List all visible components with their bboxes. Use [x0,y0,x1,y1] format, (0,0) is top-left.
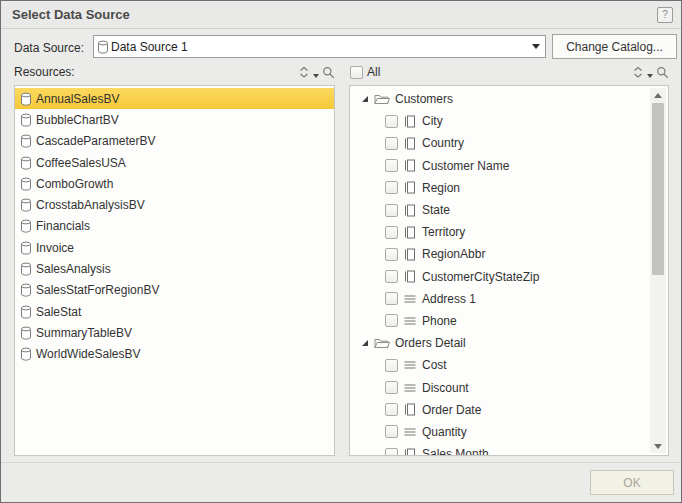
tree-field-row[interactable]: Territory [352,221,648,243]
dialog-titlebar[interactable]: Select Data Source [1,1,681,29]
help-icon[interactable]: ? [657,7,673,23]
resource-item[interactable]: AnnualSalesBV [15,88,334,109]
business-view-icon [20,305,32,319]
resource-item[interactable]: SalesAnalysis [15,258,334,279]
resource-item[interactable]: SummaryTableBV [15,322,334,343]
field-label: State [422,203,450,217]
field-label: Customer Name [422,159,509,173]
tree-group-row[interactable]: Customers [352,88,648,110]
tree-field-row[interactable]: City [352,110,648,132]
resource-label: Financials [36,219,90,233]
field-checkbox[interactable] [385,159,398,172]
resource-item[interactable]: WorldWideSalesBV [15,344,334,365]
change-catalog-button[interactable]: Change Catalog... [552,34,677,59]
field-label: RegionAbbr [422,247,485,261]
field-checkbox[interactable] [385,448,398,455]
sort-icon[interactable] [298,66,310,79]
fields-header: All [350,63,669,81]
sort-options-caret-icon[interactable] [313,74,319,78]
resource-item[interactable]: BubbleChartBV [15,109,334,130]
business-view-icon [20,347,32,361]
field-checkbox[interactable] [385,204,398,217]
field-label: Territory [422,225,465,239]
field-label: Sales Month [422,447,489,455]
field-checkbox[interactable] [385,359,398,372]
dialog-title: Select Data Source [12,7,130,22]
resource-item[interactable]: SalesStatForRegionBV [15,280,334,301]
resources-label: Resources: [14,65,75,79]
tree-field-row[interactable]: RegionAbbr [352,243,648,265]
resource-item[interactable]: Financials [15,216,334,237]
field-label: Region [422,181,460,195]
tree-field-row[interactable]: Quantity [352,421,648,443]
tree-field-row[interactable]: Region [352,177,648,199]
formula-icon [404,426,416,438]
field-label: Cost [422,358,447,372]
all-checkbox[interactable] [350,66,363,79]
folder-icon [374,337,390,349]
business-view-icon [20,241,32,255]
field-checkbox[interactable] [385,226,398,239]
group-label: Orders Detail [395,336,466,350]
field-checkbox[interactable] [385,381,398,394]
resource-item[interactable]: CoffeeSalesUSA [15,152,334,173]
search-icon[interactable] [656,66,669,79]
scroll-up-icon[interactable] [650,88,666,102]
tree-field-row[interactable]: Country [352,132,648,154]
search-icon[interactable] [322,66,335,79]
business-view-icon [20,113,32,127]
field-checkbox[interactable] [385,115,398,128]
field-checkbox[interactable] [385,292,398,305]
ok-button[interactable]: OK [590,470,674,495]
data-source-dropdown[interactable]: Data Source 1 [93,35,546,58]
tree-group-row[interactable]: Orders Detail [352,332,648,354]
sort-options-caret-icon[interactable] [647,74,653,78]
field-label: Discount [422,381,469,395]
field-checkbox[interactable] [385,425,398,438]
tree-field-row[interactable]: Address 1 [352,288,648,310]
expand-collapse-icon[interactable] [361,95,369,103]
field-checkbox[interactable] [385,270,398,283]
column-icon [404,448,416,455]
sort-icon[interactable] [632,66,644,79]
business-view-icon [20,283,32,297]
business-view-icon [20,92,32,106]
field-checkbox[interactable] [385,314,398,327]
expand-collapse-icon[interactable] [361,339,369,347]
tree-field-row[interactable]: Order Date [352,399,648,421]
tree-field-row[interactable]: Cost [352,354,648,376]
field-label: Phone [422,314,457,328]
fields-scrollbar[interactable] [650,88,666,453]
resource-item[interactable]: CrosstabAnalysisBV [15,194,334,215]
dropdown-arrow-icon[interactable] [526,36,545,57]
tree-field-row[interactable]: Phone [352,310,648,332]
tree-field-row[interactable]: CustomerCityStateZip [352,266,648,288]
field-checkbox[interactable] [385,181,398,194]
column-icon [404,204,416,217]
select-data-source-dialog: Select Data Source ? Data Source: Data S… [0,0,682,503]
field-label: Quantity [422,425,467,439]
data-source-icon [97,40,109,54]
field-label: CustomerCityStateZip [422,270,539,284]
data-source-label: Data Source: [14,41,84,55]
field-checkbox[interactable] [385,248,398,261]
all-label: All [367,65,380,79]
scrollbar-thumb[interactable] [652,103,664,275]
field-checkbox[interactable] [385,403,398,416]
resource-item[interactable]: SaleStat [15,301,334,322]
tree-field-row[interactable]: State [352,199,648,221]
field-checkbox[interactable] [385,137,398,150]
resource-item[interactable]: ComboGrowth [15,173,334,194]
tree-field-row[interactable]: Discount [352,376,648,398]
resource-label: WorldWideSalesBV [36,347,140,361]
fields-tree: CustomersCityCountryCustomer NameRegionS… [352,88,648,455]
business-view-icon [20,326,32,340]
resource-label: CoffeeSalesUSA [36,156,126,170]
scroll-down-icon[interactable] [650,439,666,453]
resource-item[interactable]: CascadeParameterBV [15,131,334,152]
resource-label: CascadeParameterBV [36,134,155,148]
resource-item[interactable]: Invoice [15,237,334,258]
tree-field-row[interactable]: Customer Name [352,155,648,177]
column-icon [404,115,416,128]
tree-field-row[interactable]: Sales Month [352,443,648,455]
